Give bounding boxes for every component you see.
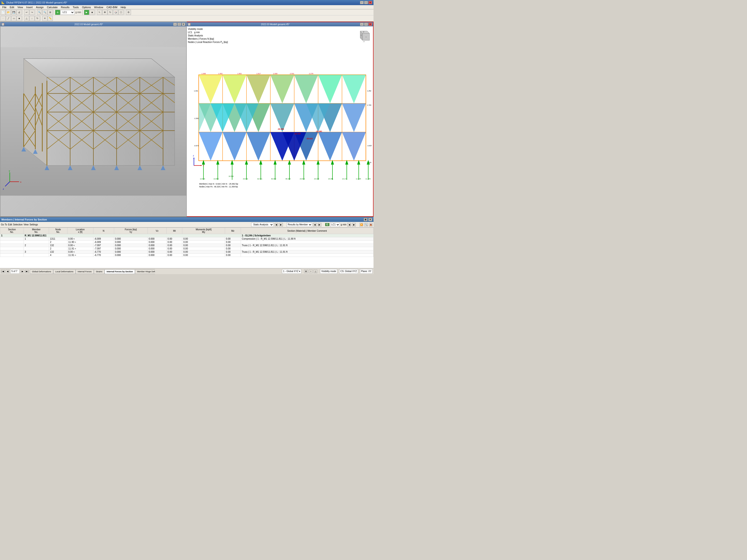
- svg-text:24.632: 24.632: [300, 178, 305, 180]
- close-button[interactable]: ✕: [368, 1, 372, 4]
- print-button[interactable]: 🖨: [17, 10, 22, 15]
- surface-button[interactable]: ▭: [11, 16, 16, 21]
- search-btn[interactable]: 🔍: [364, 223, 368, 226]
- wire-button[interactable]: ⬡: [118, 10, 124, 15]
- table-row[interactable]: 31320.00 ≈-6.7700.0000.0000.000.000.00Tr…: [0, 250, 374, 254]
- next-lc-btn[interactable]: ▶: [352, 223, 356, 226]
- viewport-analysis-close[interactable]: ✕: [368, 23, 372, 26]
- moment-button[interactable]: ↻: [35, 16, 40, 21]
- status-tool-1[interactable]: ⊞: [304, 269, 308, 273]
- next-page-btn[interactable]: ▶: [21, 269, 24, 273]
- menu-tools[interactable]: Tools: [71, 6, 80, 9]
- stop-button[interactable]: ■: [89, 10, 95, 15]
- viewport-analysis-maximize[interactable]: □: [364, 23, 368, 26]
- next-analysis-btn[interactable]: ▶: [279, 223, 283, 226]
- svg-marker-105: [270, 75, 294, 104]
- tab-internal-forces[interactable]: Internal Forces: [76, 269, 94, 274]
- support-button[interactable]: △: [24, 16, 29, 21]
- lc-select[interactable]: LC1: [330, 222, 340, 227]
- zoom-out-button[interactable]: 🔍: [42, 10, 47, 15]
- svg-text:x: x: [203, 164, 204, 167]
- undo-button[interactable]: ↩: [24, 10, 29, 15]
- svg-marker-122: [318, 132, 342, 161]
- status-tool-3[interactable]: △: [313, 269, 317, 273]
- node-button[interactable]: ·: [0, 16, 6, 21]
- menu-options[interactable]: Options: [80, 6, 92, 9]
- result-type-dropdown[interactable]: Results by Member: [287, 222, 312, 227]
- menu-file[interactable]: File: [1, 6, 8, 9]
- menu-assign[interactable]: Assign: [34, 6, 45, 9]
- render-button[interactable]: 🎲: [113, 10, 118, 15]
- svg-marker-104: [247, 75, 270, 104]
- new-button[interactable]: 📄: [0, 10, 6, 15]
- lc-dropdown[interactable]: LC1: [60, 10, 75, 15]
- menu-view[interactable]: View: [16, 6, 25, 9]
- prev-result-btn[interactable]: ◀: [313, 223, 317, 226]
- menu-help[interactable]: Help: [119, 6, 127, 9]
- panel-close-button[interactable]: ✕: [368, 218, 372, 221]
- export-btn[interactable]: 📤: [369, 223, 372, 226]
- prev-page-btn[interactable]: ◀: [6, 269, 9, 273]
- viewport-3d-content[interactable]: x y z: [0, 26, 186, 216]
- col-N: N: [93, 228, 114, 234]
- tab-strains[interactable]: Strains: [94, 269, 105, 274]
- maximize-button[interactable]: □: [364, 1, 368, 4]
- next-result-btn[interactable]: ▶: [318, 223, 321, 226]
- prev-analysis-btn[interactable]: ◀: [275, 223, 278, 226]
- prev-lc-btn[interactable]: ◀: [347, 223, 351, 226]
- results-table[interactable]: SectionNo. MemberNo. NodeNo. Locationx […: [0, 228, 374, 268]
- menu-insert[interactable]: Insert: [25, 6, 34, 9]
- viewport-analysis[interactable]: 🪟 2022.03 Modell gesamt.rf5* − □ ✕ Visib…: [187, 22, 374, 217]
- table-row[interactable]: 21320.00 ≈-7.0970.0000.0000.000.000.00Tr…: [0, 244, 374, 247]
- select-button[interactable]: ↖: [97, 10, 102, 15]
- viewport-3d[interactable]: 🪟 2022.03 Modell gesamt.rf5* − □ ✕: [0, 22, 187, 217]
- menu-window[interactable]: Window: [93, 6, 105, 9]
- viewport-3d-close[interactable]: ✕: [182, 23, 185, 26]
- load-button[interactable]: ↓: [29, 16, 34, 21]
- zoom-in-button[interactable]: 🔍: [37, 10, 42, 15]
- rotate-button[interactable]: ↻: [108, 10, 113, 15]
- settings-button[interactable]: ⚙: [126, 10, 131, 15]
- viewport-analysis-content[interactable]: Visibility mode LC1 g min Static Analysi…: [187, 26, 373, 216]
- status-tool-2[interactable]: ○: [309, 269, 313, 273]
- tab-member-hinge-deformations[interactable]: Member Hinge Deformations: [135, 269, 155, 274]
- svg-marker-168: [345, 161, 348, 164]
- tab-internal-forces-by-section[interactable]: Internal Forces by Section: [105, 269, 135, 274]
- panel-float-button[interactable]: ⊞: [364, 218, 367, 221]
- tab-local-deformations[interactable]: Local Deformations: [53, 269, 76, 274]
- viewport-3d-maximize[interactable]: □: [177, 23, 181, 26]
- viewport-analysis-minimize[interactable]: −: [360, 23, 364, 26]
- minimize-button[interactable]: −: [360, 1, 364, 4]
- menu-edit[interactable]: Edit: [8, 6, 16, 9]
- menu-calculate[interactable]: Calculate: [46, 6, 59, 9]
- table-row[interactable]: 113110.00 ≈-6.0090.0000.0000.000.000.00C…: [0, 237, 374, 241]
- col-comment: Section (Material) | Member Comment: [241, 228, 373, 234]
- menu-results[interactable]: Results: [59, 6, 71, 9]
- last-page-btn[interactable]: ▶|: [25, 269, 29, 273]
- cs-dropdown[interactable]: 1 - Global XYZ ▾: [282, 269, 301, 274]
- svg-text:-1.852: -1.852: [237, 73, 241, 75]
- fit-button[interactable]: ⊞: [48, 10, 53, 15]
- tab-global-deformations[interactable]: Global Deformations: [30, 269, 53, 274]
- filter-btn[interactable]: 🔽: [360, 223, 363, 226]
- solid-button[interactable]: ■: [17, 16, 22, 21]
- first-page-btn[interactable]: |◀: [1, 269, 5, 273]
- line-button[interactable]: ╱: [6, 16, 11, 21]
- toolbar-sep-1: [22, 10, 23, 15]
- measure-button[interactable]: 📏: [48, 16, 53, 21]
- svg-marker-190: [194, 157, 195, 159]
- table-row[interactable]: 211.90 ≈-6.0090.0000.0000.000.000.00: [0, 241, 374, 244]
- redo-button[interactable]: ↪: [29, 10, 34, 15]
- toolbar-sep-4: [82, 10, 83, 15]
- cross-button[interactable]: ✕: [42, 16, 47, 21]
- menu-cad-bim[interactable]: CAD-BIM: [105, 6, 119, 9]
- table-row[interactable]: 211.91 ≈-7.0970.0000.0000.000.000.00: [0, 247, 374, 250]
- analysis-type-dropdown[interactable]: Static Analysis: [251, 222, 274, 227]
- title-bar-controls[interactable]: − □ ✕: [360, 1, 372, 4]
- table-row[interactable]: 411.91 ≈-6.7700.0000.0000.000.000.00: [0, 254, 374, 257]
- run-calc-button[interactable]: ▶: [84, 10, 89, 15]
- open-button[interactable]: 📂: [6, 10, 11, 15]
- move-button[interactable]: ✥: [102, 10, 107, 15]
- save-button[interactable]: 💾: [11, 10, 16, 15]
- viewport-3d-minimize[interactable]: −: [173, 23, 177, 26]
